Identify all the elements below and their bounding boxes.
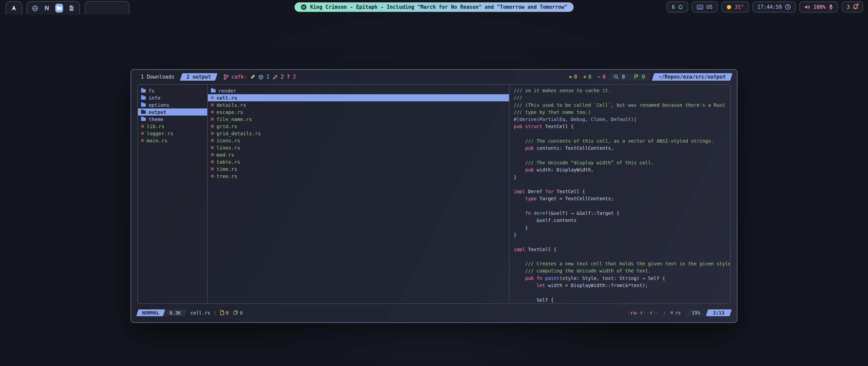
file-row-table.rs[interactable]: ®table.rs [208,158,509,165]
file-name: grid.rs [216,124,237,129]
code-line: pub struct TextCell { [514,123,730,130]
current-path: ~/Repos/eza/src/output [652,73,733,81]
rust-file-icon: ® [211,145,214,150]
code-line: /// computing the Unicode width of the t… [514,267,730,274]
file-name: grid_details.rs [216,131,261,136]
file-size: 8.3K [163,309,186,316]
file-name: table.rs [216,159,240,165]
now-playing-widget[interactable]: King Crimson - Epitaph - Including "Marc… [295,2,574,12]
file-row-lines.rs[interactable]: ®lines.rs [208,144,509,151]
launcher-logo-button[interactable] [5,1,22,15]
status-filename: cell.rs [190,310,210,316]
question-icon: ? [287,74,290,80]
speaker-icon [804,4,810,10]
keyboard-layout-pill[interactable]: US [692,1,717,13]
file-row-fs[interactable]: fs [138,87,207,94]
rust-file-icon: ® [211,174,214,179]
search-icon [614,74,619,79]
status-widgets: 6 US 31° 17:44:59 100% 3 [667,1,863,13]
rust-file-icon: ® [211,138,214,143]
file-row-theme[interactable]: theme [138,116,207,123]
keyboard-icon [697,5,703,9]
code-line: pub contents: TextCellContents, [514,145,730,152]
rust-file-icon: ® [211,131,214,136]
package-icon [258,75,263,80]
file-name: info [149,95,160,101]
file-icon [220,310,224,315]
code-line [514,203,730,210]
file-row-options[interactable]: options [138,101,207,108]
test-tube-icon [250,74,255,80]
file-row-cell.rs[interactable]: ®cell.rs [208,94,509,101]
clock-pill[interactable]: 17:44:59 [752,1,796,13]
file-row-escape.rs[interactable]: ®escape.rs [208,108,509,116]
git-status: cafk- 1 2 ? 2 [223,74,296,80]
file-manager-icon[interactable] [55,4,63,13]
file-row-main.rs[interactable]: ®main.rs [138,137,207,144]
volume-pill[interactable]: 100% [799,1,838,13]
git-ahead-count: 1 [267,74,270,80]
file-name: tree.rs [216,174,237,179]
updates-pill[interactable]: 6 [667,1,688,13]
code-line: type Target = TextCellContents; [514,195,730,202]
file-row-render[interactable]: render [208,87,509,94]
terminal-window-yazi: 1 Downloads 2 output cafk- 1 2 ? 2 =0 +0… [131,69,737,323]
document-icon[interactable] [68,4,75,12]
rust-file-icon: ® [211,124,214,129]
folder-icon [141,103,146,107]
git-branch-name: cafk- [232,74,247,80]
file-row-info[interactable]: info [138,94,207,101]
weather-pill[interactable]: 31° [721,1,749,13]
neovim-icon[interactable]: N [44,4,50,12]
parent-pane: fsinfooptionsoutputtheme®lib.rs®logger.r… [138,85,208,303]
file-row-file_name.rs[interactable]: ®file_name.rs [208,116,509,123]
flag-icon [634,74,639,79]
file-row-output[interactable]: output [138,108,207,116]
cursor-position: 2/13 [706,309,732,316]
file-name: lib.rs [146,124,164,129]
file-row-mod.rs[interactable]: ®mod.rs [208,151,509,158]
music-title: King Crimson - Epitaph - Including "Marc… [310,4,568,10]
tab-downloads[interactable]: 1 Downloads [137,74,178,80]
file-row-tree.rs[interactable]: ®tree.rs [208,172,509,180]
notification-dot [856,3,859,6]
rust-file-icon: ® [211,103,214,107]
file-name: theme [149,117,163,122]
folder-icon [211,89,216,93]
code-line: /// so it makes sense to cache it. [514,87,730,94]
code-line: impl Deref for TextCell { [514,188,730,195]
status-bar: NORMAL 8.3K cell.rs \ 0 0 -rw-r--r-- / ®… [137,308,731,317]
rust-file-icon: ® [211,110,214,115]
bell-icon [853,4,858,10]
pencil-icon [273,75,278,80]
file-row-details.rs[interactable]: ®details.rs [208,101,509,108]
code-line: /// The Unicode “display width” of this … [514,159,730,166]
removed-count: 0 [603,74,606,80]
code-line: &self.contents [514,217,730,224]
equal-count: 0 [574,74,577,80]
browser-globe-icon[interactable] [32,4,38,12]
code-line: let width = DisplayWidth::from(&*text); [514,282,730,289]
clipboard-counter: 0 [233,310,242,316]
rust-lang-icon: ® [670,310,673,315]
file-row-icons.rs[interactable]: ®icons.rs [208,137,509,144]
file-row-grid.rs[interactable]: ®grid.rs [208,123,509,130]
file-name: output [149,109,166,115]
workspace-visualizer[interactable] [85,1,130,15]
file-row-grid_details.rs[interactable]: ®grid_details.rs [208,130,509,137]
file-row-lib.rs[interactable]: ®lib.rs [138,123,207,130]
notifications-pill[interactable]: 3 [842,1,863,13]
file-row-logger.rs[interactable]: ®logger.rs [138,130,207,137]
rust-file-icon: ® [141,131,144,136]
top-bar: N King Crimson - Epitaph - Including "Ma… [0,0,868,14]
separator-backslash: \ [214,310,216,316]
code-line: fn deref(&self) → &Self::Target { [514,210,730,217]
spotify-icon [301,4,307,10]
notification-count: 3 [847,4,850,10]
keyboard-layout: US [706,4,712,10]
code-line: #[derive(PartialEq, Debug, Clone, Defaul… [514,116,730,123]
tab-output[interactable]: 2 output [180,73,218,81]
file-row-time.rs[interactable]: ®time.rs [208,165,509,172]
scroll-percent: 15% [685,309,708,316]
search-count: 0 [622,74,625,80]
